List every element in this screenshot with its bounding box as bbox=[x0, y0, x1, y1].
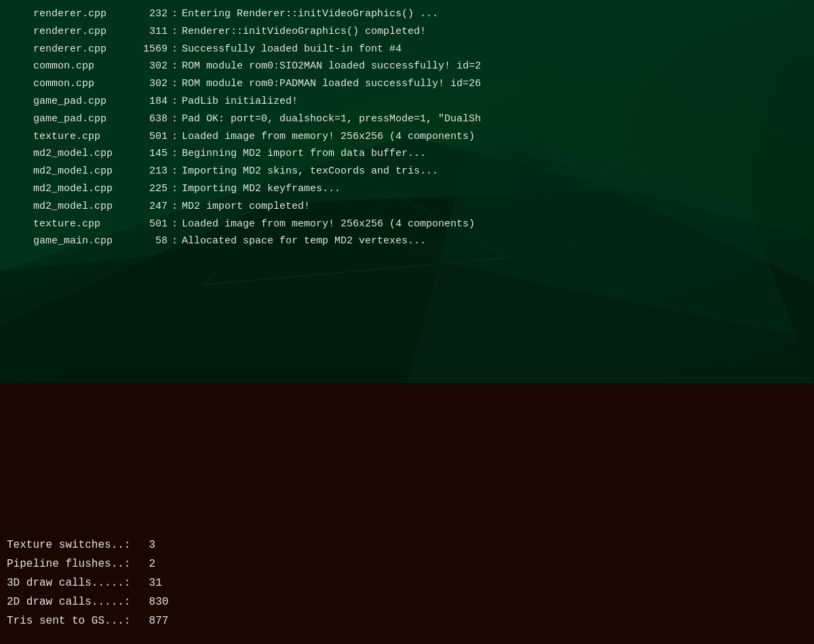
log-line-number: 232 bbox=[132, 5, 168, 23]
log-line: texture.cpp501:Loaded image from memory!… bbox=[7, 128, 807, 146]
log-file: renderer.cpp bbox=[27, 23, 132, 41]
log-line: common.cpp302:ROM module rom0:PADMAN loa… bbox=[7, 75, 807, 93]
stat-line: 2D draw calls.....: 830 bbox=[7, 592, 807, 611]
log-line: game_pad.cpp638:Pad OK: port=0, dualshoc… bbox=[7, 110, 807, 128]
log-file: game_main.cpp bbox=[27, 233, 132, 250]
log-line: md2_model.cpp247:MD2 import completed! bbox=[7, 198, 807, 216]
log-file: game_pad.cpp bbox=[27, 110, 132, 128]
log-separator: : bbox=[172, 145, 178, 163]
log-separator: : bbox=[172, 41, 178, 58]
log-separator: : bbox=[172, 110, 178, 128]
stat-line: Pipeline flushes..: 2 bbox=[7, 555, 807, 573]
log-separator: : bbox=[172, 233, 178, 250]
stat-value: 31 bbox=[142, 577, 162, 589]
stat-label: Pipeline flushes..: bbox=[7, 555, 142, 573]
log-file: game_pad.cpp bbox=[27, 93, 132, 110]
stat-line: Texture switches..: 3 bbox=[7, 536, 807, 555]
log-separator: : bbox=[172, 75, 178, 93]
log-message: Importing MD2 keyframes... bbox=[182, 180, 341, 198]
log-message: Renderer::initVideoGraphics() completed! bbox=[182, 23, 426, 41]
log-message: Entering Renderer::initVideoGraphics() .… bbox=[182, 5, 438, 23]
log-file: texture.cpp bbox=[27, 128, 132, 146]
log-line-number: 247 bbox=[132, 198, 168, 216]
log-line: texture.cpp501:Loaded image from memory!… bbox=[7, 216, 807, 233]
log-separator: : bbox=[172, 163, 178, 180]
log-message: MD2 import completed! bbox=[182, 198, 310, 216]
stat-label: Tris sent to GS...: bbox=[7, 611, 142, 630]
log-file: common.cpp bbox=[27, 75, 132, 93]
log-line-number: 302 bbox=[132, 58, 168, 75]
log-line-number: 145 bbox=[132, 145, 168, 163]
log-line-number: 311 bbox=[132, 23, 168, 41]
stat-value: 877 bbox=[142, 615, 168, 627]
log-line-number: 58 bbox=[132, 233, 168, 250]
log-separator: : bbox=[172, 5, 178, 23]
log-line: renderer.cpp232:Entering Renderer::initV… bbox=[7, 5, 807, 23]
log-line-number: 638 bbox=[132, 110, 168, 128]
log-separator: : bbox=[172, 180, 178, 198]
log-separator: : bbox=[172, 128, 178, 146]
log-file: renderer.cpp bbox=[27, 41, 132, 58]
log-message: Successfully loaded built-in font #4 bbox=[182, 41, 402, 58]
log-line: renderer.cpp311:Renderer::initVideoGraph… bbox=[7, 23, 807, 41]
log-line-number: 213 bbox=[132, 163, 168, 180]
log-message: PadLib initialized! bbox=[182, 93, 298, 110]
stats-panel: Texture switches..: 3Pipeline flushes..:… bbox=[0, 383, 814, 644]
stat-label: Texture switches..: bbox=[7, 536, 142, 555]
log-file: md2_model.cpp bbox=[27, 198, 132, 216]
log-separator: : bbox=[172, 58, 178, 75]
stat-line: Tris sent to GS...: 877 bbox=[7, 611, 807, 630]
log-line: md2_model.cpp225:Importing MD2 keyframes… bbox=[7, 180, 807, 198]
log-line-number: 1569 bbox=[132, 41, 168, 58]
log-separator: : bbox=[172, 93, 178, 110]
log-separator: : bbox=[172, 216, 178, 233]
log-message: ROM module rom0:PADMAN loaded successful… bbox=[182, 75, 481, 93]
log-line: renderer.cpp1569:Successfully loaded bui… bbox=[7, 41, 807, 58]
log-separator: : bbox=[172, 198, 178, 216]
log-file: renderer.cpp bbox=[27, 5, 132, 23]
log-line: md2_model.cpp213:Importing MD2 skins, te… bbox=[7, 163, 807, 180]
log-message: Importing MD2 skins, texCoords and tris.… bbox=[182, 163, 438, 180]
log-message: ROM module rom0:SIO2MAN loaded successfu… bbox=[182, 58, 481, 75]
log-output: renderer.cpp232:Entering Renderer::initV… bbox=[7, 5, 807, 250]
log-message: Pad OK: port=0, dualshock=1, pressMode=1… bbox=[182, 110, 481, 128]
log-line: game_main.cpp58:Allocated space for temp… bbox=[7, 233, 807, 250]
log-file: common.cpp bbox=[27, 58, 132, 75]
log-line-number: 302 bbox=[132, 75, 168, 93]
stat-value: 830 bbox=[142, 596, 168, 608]
log-file: md2_model.cpp bbox=[27, 180, 132, 198]
stat-label: 2D draw calls.....: bbox=[7, 592, 142, 611]
stat-line: 3D draw calls.....: 31 bbox=[7, 573, 807, 592]
log-message: Beginning MD2 import from data buffer... bbox=[182, 145, 426, 163]
log-panel: renderer.cpp232:Entering Renderer::initV… bbox=[0, 0, 814, 383]
log-separator: : bbox=[172, 23, 178, 41]
log-line-number: 225 bbox=[132, 180, 168, 198]
log-line-number: 501 bbox=[132, 128, 168, 146]
svg-marker-3 bbox=[0, 237, 814, 383]
log-line: md2_model.cpp145:Beginning MD2 import fr… bbox=[7, 145, 807, 163]
log-file: md2_model.cpp bbox=[27, 163, 132, 180]
log-message: Allocated space for temp MD2 vertexes... bbox=[182, 233, 426, 250]
log-line: game_pad.cpp184:PadLib initialized! bbox=[7, 93, 807, 110]
log-line: common.cpp302:ROM module rom0:SIO2MAN lo… bbox=[7, 58, 807, 75]
stats-section: Texture switches..: 3Pipeline flushes..:… bbox=[7, 536, 807, 630]
stat-label: 3D draw calls.....: bbox=[7, 573, 142, 592]
log-line-number: 501 bbox=[132, 216, 168, 233]
stat-value: 2 bbox=[142, 558, 155, 570]
stat-value: 3 bbox=[142, 539, 155, 551]
log-line-number: 184 bbox=[132, 93, 168, 110]
log-file: texture.cpp bbox=[27, 216, 132, 233]
log-message: Loaded image from memory! 256x256 (4 com… bbox=[182, 216, 475, 233]
log-file: md2_model.cpp bbox=[27, 145, 132, 163]
log-message: Loaded image from memory! 256x256 (4 com… bbox=[182, 128, 475, 146]
